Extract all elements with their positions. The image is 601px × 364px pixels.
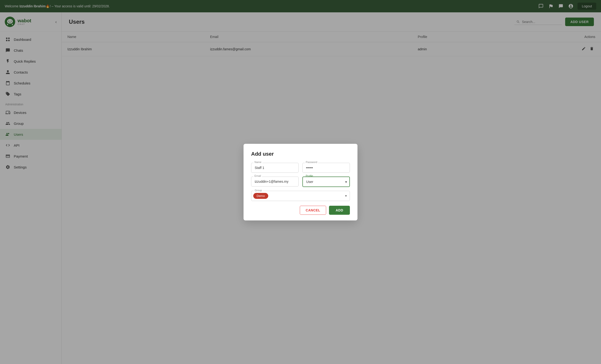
group-field[interactable]: Group Demo ▾ — [251, 191, 350, 201]
email-field-group: Email — [251, 177, 299, 187]
password-field-group: Password — [302, 163, 350, 173]
profile-select-wrapper: User Admin — [302, 177, 350, 187]
modal-overlay: Add user Name Password Email Profile Use… — [0, 0, 601, 364]
group-tag: Demo — [253, 193, 268, 199]
add-user-modal: Add user Name Password Email Profile Use… — [243, 144, 358, 220]
email-input[interactable] — [251, 177, 299, 187]
name-field-group: Name — [251, 163, 299, 173]
form-row-email-profile: Email Profile User Admin — [251, 177, 350, 187]
add-button[interactable]: ADD — [329, 206, 350, 215]
cancel-button[interactable]: CANCEL — [300, 206, 326, 215]
modal-title: Add user — [251, 151, 350, 157]
group-section: Group Demo ▾ — [251, 191, 350, 201]
email-label: Email — [253, 174, 262, 177]
name-label: Name — [253, 161, 262, 164]
group-dropdown-arrow: ▾ — [345, 194, 347, 198]
profile-select[interactable]: User Admin — [302, 177, 350, 187]
password-label: Password — [305, 161, 318, 164]
password-input[interactable] — [302, 163, 350, 173]
group-label: Group — [254, 189, 263, 192]
form-row-name-password: Name Password — [251, 163, 350, 173]
modal-actions: CANCEL ADD — [251, 206, 350, 215]
name-input[interactable] — [251, 163, 299, 173]
profile-field-group: Profile User Admin — [302, 177, 350, 187]
